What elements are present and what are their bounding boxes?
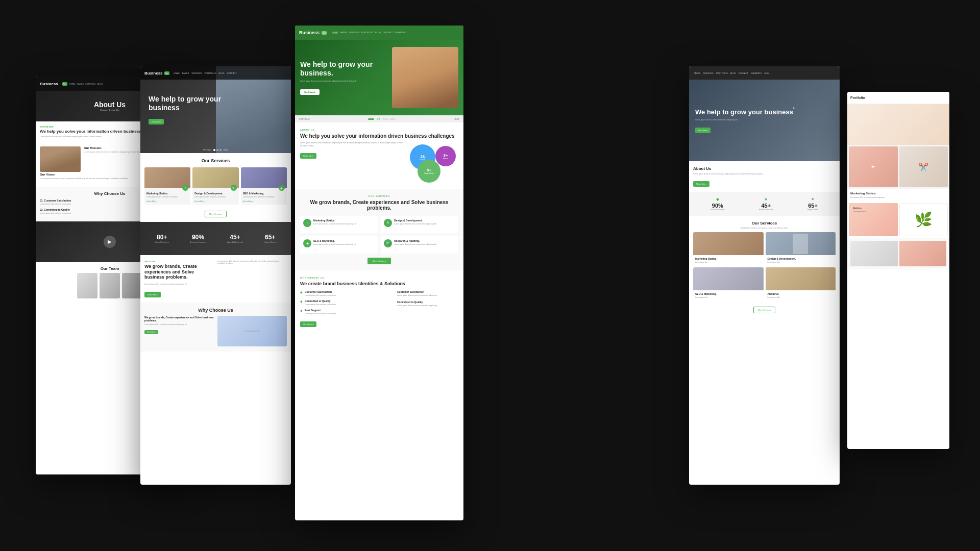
fl-team-member-3 <box>122 273 142 298</box>
cm-about-section: ABOUT US We help you solve your informat… <box>295 122 463 189</box>
cm-get-started-btn[interactable]: Get Started <box>300 321 316 327</box>
cl-stat-4: 65+ Happy Clients <box>264 234 277 243</box>
cr-nav-eng[interactable]: ENG <box>764 72 769 74</box>
cr-more-services-label[interactable]: More Services <box>753 307 776 313</box>
cm-service-grid: ↑ Marketing Statics. Lorem ipsum dolor s… <box>300 216 458 254</box>
cm-car-dot-3 <box>389 118 396 120</box>
cl-service-text-2: Lorem ipsum dolor sit amet consectetur <box>194 196 236 198</box>
cr-nav-pages[interactable]: PAGES <box>694 72 701 74</box>
cl-read-more-2[interactable]: Read More <box>194 200 236 203</box>
cl-nav-services[interactable]: SERVICES <box>191 72 202 74</box>
fl-play-button[interactable]: ▶ <box>104 236 116 248</box>
cr-services-sub: Build experienced in our business. Check… <box>693 227 836 229</box>
cr-stats: ◆ 90% Business Success ★ 45+ Awards Rece… <box>689 192 840 216</box>
cm-service-item-3: ◈ SEO & Marketing. Lorem ipsum dolor sit… <box>300 236 378 254</box>
cr-service-body-3: SEO & Marketing. Lorem ipsum dolor <box>693 290 764 300</box>
cl-nav-contact[interactable]: CONTACT <box>227 72 237 74</box>
cr-stat-3: ♥ 65+ Happy Clients <box>807 197 819 211</box>
cr-nav: PAGES SERVICES PORTFOLIO BLOG CONTACT EL… <box>689 66 840 80</box>
cl-nav-pages[interactable]: PAGES <box>182 72 189 74</box>
cl-more-services-label[interactable]: More Services <box>205 211 227 217</box>
fr-portfolio-item-1: ❤ <box>849 146 898 187</box>
cr-nav-contact[interactable]: CONTACT <box>739 72 748 74</box>
cl-nav: Business Pro HOME PAGES SERVICES PORTFOL… <box>140 66 291 80</box>
cl-read-more-3[interactable]: Read More <box>243 200 285 203</box>
fl-nav-pages[interactable]: PAGES <box>77 83 84 85</box>
cm-about-content: Lorem ipsum dolor sit amet consectetur a… <box>300 142 458 183</box>
cm-carousel-prev[interactable]: PREVIOUS <box>299 118 310 120</box>
cm-hero-text: Lorem ipsum dolor sit amet consectetur a… <box>300 80 388 83</box>
cr-stat-icon-3: ♥ <box>807 197 819 202</box>
cr-stat-icon-2: ★ <box>759 197 773 202</box>
cl-nav-home[interactable]: HOME <box>174 72 180 74</box>
cl-stat-2: 90% Business Success <box>190 234 206 243</box>
cm-service-arrow-3[interactable]: → <box>313 247 356 251</box>
cl-why-btn[interactable]: Read More <box>144 330 158 334</box>
cr-service-img-2 <box>766 232 836 255</box>
cm-nav-portfolio[interactable]: PORTFOLIO <box>361 31 373 34</box>
cr-about-title: About Us <box>693 166 836 171</box>
cm-service-arrow-2[interactable]: → <box>394 227 436 230</box>
cr-hero-title: We help to grow your business <box>695 108 793 116</box>
cl-services-title: Our Services <box>144 158 287 163</box>
cm-services-section: OUR SERVICES We grow brands, Create expe… <box>295 189 463 270</box>
fl-logo: Business <box>40 82 58 86</box>
cl-hero-btn[interactable]: Get Quote <box>149 119 164 124</box>
cr-stat-label-1: Business Success <box>710 209 725 211</box>
cl-service-img-2: ✎ <box>192 167 238 188</box>
cm-service-item-2: ✎ Design & Development. Lorem ipsum dolo… <box>381 216 458 233</box>
cm-service-arrow-4[interactable]: → <box>394 247 436 251</box>
cr-stat-1: ◆ 90% Business Success <box>710 197 725 211</box>
fl-nav-blog[interactable]: BLOG <box>97 83 103 85</box>
cl-about-text: Lorem ipsum dolor sit amet consectetur a… <box>144 283 214 286</box>
cm-nav-elements[interactable]: ELEMENTS <box>395 31 406 34</box>
cr-hero-content: We help to grow your business Lorem ipsu… <box>689 102 799 139</box>
cm-service-icon-seo: ◈ <box>303 239 311 247</box>
cl-read-more-1[interactable]: Read More <box>146 200 188 203</box>
cm-why-item-body-2: Committed to Quality Lorem ipsum dolor s… <box>305 299 336 306</box>
cm-service-icon-marketing: ↑ <box>303 219 311 227</box>
cr-about-btn[interactable]: Read More <box>693 181 709 187</box>
cl-hero-prev[interactable]: Previous <box>204 148 212 151</box>
cr-nav-services[interactable]: SERVICES <box>703 72 714 74</box>
cl-nav-blog[interactable]: BLOG <box>219 72 225 74</box>
cl-why-title: Why Choose Us <box>144 308 287 313</box>
cm-car-dot-1 <box>368 118 374 120</box>
cm-page-num: 1/3 <box>375 117 382 120</box>
fl-nav-home[interactable]: HOME <box>69 83 76 85</box>
cr-nav-blog[interactable]: BLOG <box>730 72 736 74</box>
cl-hero-next[interactable]: Next <box>224 148 228 151</box>
cm-service-content-4: Research & Auditing. Lorem ipsum dolor s… <box>394 239 436 251</box>
cm-why-item-text-2: Lorem ipsum dolor sit amet consectetur <box>305 304 336 306</box>
cr-hero-btn[interactable]: Get Quote <box>695 128 710 133</box>
cm-hero-btn[interactable]: Get Started <box>300 89 320 95</box>
cm-nav-pages[interactable]: PAGES <box>340 31 347 34</box>
cr-services: Our Services Build experienced in our bu… <box>689 216 840 318</box>
cm-why-left: ◆ Customer Satisfaction Lorem ipsum dolo… <box>300 290 393 327</box>
cl-why-cols: We grow brands, Create experiences and S… <box>144 316 287 346</box>
cm-nav-blog[interactable]: BLOG <box>375 31 381 34</box>
fr-portfolio-item-2: ✂️ <box>899 146 948 187</box>
cr-service-text-3: Lorem ipsum dolor <box>695 296 762 298</box>
cm-why-item-body-1: Customer Satisfaction Lorem ipsum dolor … <box>305 290 336 296</box>
cr-nav-portfolio[interactable]: PORTFOLIO <box>716 72 728 74</box>
cm-why-icon-3: ◆ <box>300 309 303 315</box>
cr-service-name-4: About Us <box>768 292 834 295</box>
fl-nav-services[interactable]: SERVICES <box>85 83 95 85</box>
cm-nav-contact[interactable]: CONTACT <box>383 31 393 34</box>
cm-service-title-4: Research & Auditing. <box>394 239 436 242</box>
cm-more-services-btn[interactable]: More Services <box>368 258 391 264</box>
cm-carousel-next[interactable]: NEXT <box>454 118 459 120</box>
cm-about-btn[interactable]: Read More <box>300 153 316 159</box>
cl-about-btn[interactable]: Read More <box>144 292 161 297</box>
cm-nav-home[interactable]: HOME <box>332 31 338 34</box>
cm-service-arrow-1[interactable]: → <box>313 227 356 230</box>
fr-second-portfolio: Marketing Lorem ipsum dolor → 🌿 <box>847 202 949 238</box>
cl-nav-portfolio[interactable]: PORTFOLIO <box>204 72 216 74</box>
cl-dot-1 <box>213 149 215 151</box>
cr-nav-elements[interactable]: ELEMENTS <box>751 72 762 74</box>
cl-stat-label-3: Awards Received <box>227 241 243 243</box>
cm-service-icon-design: ✎ <box>384 219 392 227</box>
cl-service-name-2: Design & Development. <box>194 192 236 195</box>
cm-nav-services[interactable]: SERVICES <box>349 31 359 34</box>
